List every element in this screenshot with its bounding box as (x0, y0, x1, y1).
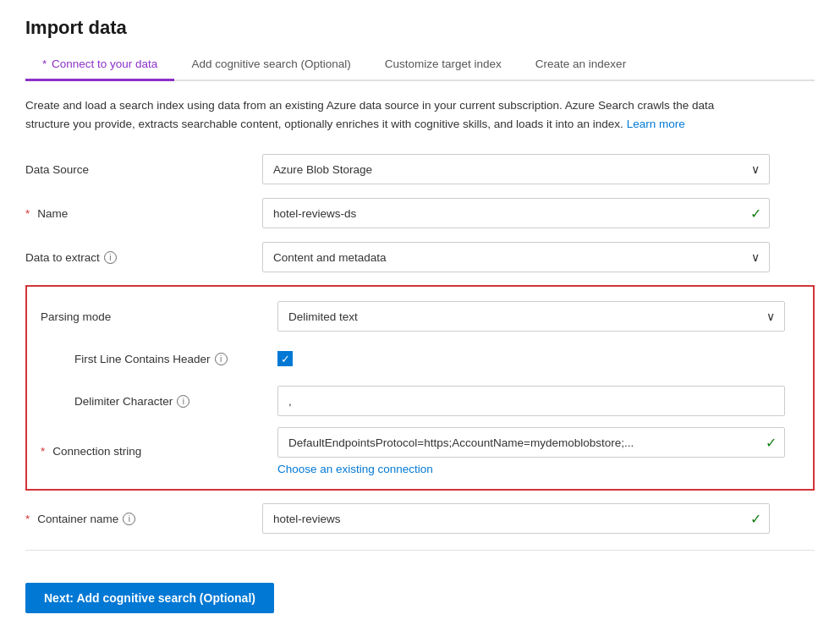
parsing-mode-label: Parsing mode (41, 310, 277, 323)
delimiter-char-row: Delimiter Character i (41, 385, 799, 417)
data-source-select-wrapper: Azure Blob Storage Azure SQL Cosmos DB A… (262, 154, 770, 184)
data-extract-select[interactable]: Content and metadata Storage metadata Al… (262, 242, 770, 272)
delimiter-char-label: Delimiter Character i (74, 395, 277, 408)
connection-string-row: * Connection string ✓ Choose an existing… (41, 427, 799, 475)
name-label: * Name (25, 207, 262, 220)
tab-connect[interactable]: * Connect to your data (25, 49, 174, 81)
delimiter-info-icon[interactable]: i (177, 395, 189, 408)
delimiter-char-input[interactable] (277, 386, 785, 416)
checkbox-checkmark: ✓ (281, 354, 290, 365)
data-extract-info-icon[interactable]: i (104, 251, 117, 264)
parsing-mode-select[interactable]: Default Delimited text JSON JSON array J… (277, 301, 785, 332)
name-required-star: * (25, 207, 30, 220)
first-line-header-row: First Line Contains Header i ✓ (41, 343, 799, 375)
name-valid-icon: ✓ (750, 206, 761, 222)
data-source-select[interactable]: Azure Blob Storage Azure SQL Cosmos DB A… (262, 154, 770, 184)
description-text: Create and load a search index using dat… (25, 99, 714, 130)
tab-cognitive[interactable]: Add cognitive search (Optional) (174, 49, 367, 81)
name-row: * Name ✓ (25, 197, 815, 229)
data-source-wrapper: Azure Blob Storage Azure SQL Cosmos DB A… (262, 154, 770, 184)
parsing-mode-wrapper: Default Delimited text JSON JSON array J… (277, 301, 785, 332)
first-line-info-icon[interactable]: i (215, 353, 228, 365)
first-line-header-wrapper: ✓ (277, 351, 785, 366)
data-extract-row: Data to extract i Content and metadata S… (25, 241, 815, 273)
connection-required-star: * (41, 445, 45, 458)
name-input[interactable] (262, 198, 770, 228)
parsing-mode-row: Parsing mode Default Delimited text JSON… (41, 300, 799, 332)
name-wrapper: ✓ (262, 198, 770, 228)
connection-valid-icon: ✓ (766, 435, 777, 451)
tab-asterisk: * (42, 58, 47, 70)
container-input-wrapper: ✓ (262, 503, 770, 534)
tab-connect-label: Connect to your data (52, 58, 157, 70)
first-line-header-label: First Line Contains Header i (74, 353, 277, 365)
page-description: Create and load a search index using dat… (25, 96, 761, 133)
first-line-checkbox[interactable]: ✓ (277, 351, 293, 366)
next-button[interactable]: Next: Add cognitive search (Optional) (25, 583, 274, 613)
tab-customize[interactable]: Customize target index (368, 49, 519, 81)
container-name-row: * Container name i ✓ (25, 502, 815, 535)
learn-more-link[interactable]: Learn more (627, 118, 685, 130)
first-line-checkbox-wrapper: ✓ (277, 351, 785, 366)
connection-string-input[interactable] (277, 427, 785, 458)
container-name-wrapper: ✓ (262, 503, 770, 534)
container-required-star: * (25, 513, 30, 525)
tab-cognitive-label: Add cognitive search (Optional) (191, 58, 350, 70)
connection-input-wrapper: ✓ (277, 427, 785, 458)
tab-indexer-label: Create an indexer (535, 58, 626, 70)
tab-customize-label: Customize target index (385, 58, 502, 70)
tab-indexer[interactable]: Create an indexer (519, 49, 643, 81)
container-info-icon[interactable]: i (123, 513, 135, 525)
parsing-section: Parsing mode Default Delimited text JSON… (25, 285, 815, 491)
choose-connection-link[interactable]: Choose an existing connection (277, 463, 785, 475)
data-source-label: Data Source (25, 163, 262, 176)
data-extract-select-wrapper: Content and metadata Storage metadata Al… (262, 242, 770, 272)
delimiter-char-wrapper (277, 386, 785, 416)
container-valid-icon: ✓ (750, 511, 761, 527)
form-section: Data Source Azure Blob Storage Azure SQL… (25, 153, 815, 535)
name-input-wrapper: ✓ (262, 198, 770, 228)
container-name-label: * Container name i (25, 513, 262, 525)
parsing-mode-select-wrapper: Default Delimited text JSON JSON array J… (277, 301, 785, 332)
page-title: Import data (25, 17, 815, 39)
container-name-input[interactable] (262, 503, 770, 534)
data-extract-label: Data to extract i (25, 251, 262, 264)
connection-string-label: * Connection string (41, 445, 277, 458)
tab-bar: * Connect to your data Add cognitive sea… (25, 49, 815, 81)
data-source-row: Data Source Azure Blob Storage Azure SQL… (25, 153, 815, 185)
bottom-divider (25, 550, 815, 551)
connection-string-wrapper: ✓ Choose an existing connection (277, 427, 785, 475)
data-extract-wrapper: Content and metadata Storage metadata Al… (262, 242, 770, 272)
